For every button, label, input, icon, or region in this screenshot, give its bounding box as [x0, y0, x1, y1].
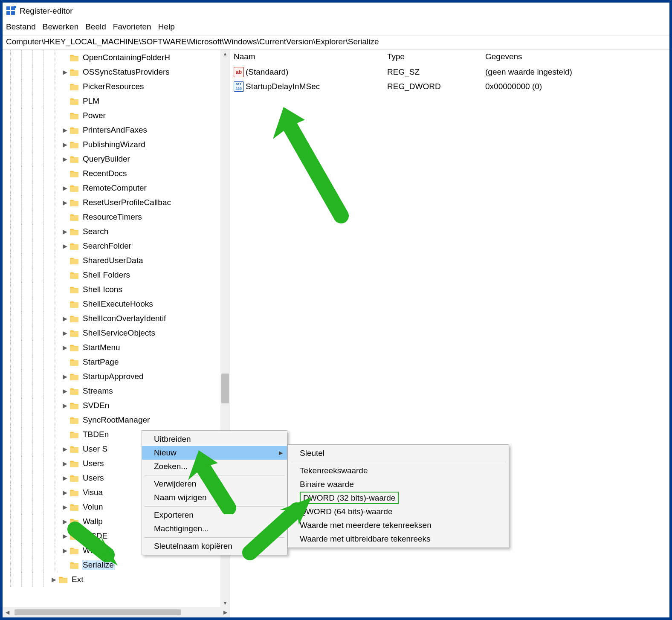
context-submenu-new[interactable]: SleutelTekenreekswaardeBinaire waardeDWO… — [287, 444, 509, 548]
tree-item[interactable]: SharedUserData — [3, 253, 230, 268]
binary-value-icon: 011 110 — [234, 81, 244, 92]
hscroll-track[interactable] — [12, 609, 220, 615]
tree-item[interactable]: Power — [3, 108, 230, 123]
scrollbar-thumb[interactable] — [221, 374, 229, 403]
folder-icon — [70, 285, 79, 294]
column-header-name[interactable]: Naam — [234, 52, 387, 61]
tree-item[interactable]: ▶StartupApproved — [3, 369, 230, 384]
tree-item[interactable]: ▶OSSyncStatusProviders — [3, 65, 230, 79]
tree-item[interactable]: ShellExecuteHooks — [3, 297, 230, 311]
tree-item[interactable]: ▶PublishingWizard — [3, 137, 230, 152]
tree-item-label: TBDEn — [82, 430, 110, 439]
menu-view[interactable]: Beeld — [85, 22, 106, 32]
folder-icon — [59, 575, 68, 584]
tree-item-label: Visua — [82, 488, 104, 497]
tree-item-label: SearchFolder — [82, 241, 132, 251]
tree-item-label: SyncRootManager — [82, 415, 151, 425]
tree-item[interactable]: ▶Search — [3, 224, 230, 239]
menu-edit[interactable]: Bewerken — [43, 22, 79, 32]
tree-item[interactable]: ▶QueryBuilder — [3, 152, 230, 166]
expander-icon[interactable]: ▶ — [61, 156, 69, 162]
folder-icon — [70, 503, 79, 511]
scroll-up-arrow-icon[interactable]: ▲ — [220, 49, 230, 58]
tree-item[interactable]: RecentDocs — [3, 166, 230, 181]
value-type: REG_SZ — [387, 67, 485, 77]
expander-icon[interactable]: ▶ — [61, 475, 69, 481]
tree-item[interactable]: ▶Streams — [3, 384, 230, 398]
menu-item[interactable]: DWORD (32 bits)-waarde — [288, 491, 509, 505]
tree-item[interactable]: ▶PrintersAndFaxes — [3, 123, 230, 137]
expander-icon[interactable]: ▶ — [61, 388, 69, 394]
tree-item[interactable]: ▶ShellServiceObjects — [3, 326, 230, 340]
expander-icon[interactable]: ▶ — [61, 344, 69, 351]
tree-item[interactable]: PLM — [3, 94, 230, 108]
expander-icon[interactable]: ▶ — [61, 373, 69, 380]
expander-icon[interactable]: ▶ — [61, 460, 69, 467]
menu-favorites[interactable]: Favorieten — [113, 22, 151, 32]
folder-icon — [70, 329, 79, 337]
expander-icon[interactable]: ▶ — [61, 185, 69, 191]
expander-icon[interactable]: ▶ — [61, 315, 69, 322]
value-row[interactable]: ab(Standaard)REG_SZ(geen waarde ingestel… — [234, 65, 666, 79]
menu-file[interactable]: Bestand — [6, 22, 36, 32]
menu-item[interactable]: Tekenreekswaarde — [288, 464, 509, 478]
menu-help[interactable]: Help — [158, 22, 175, 32]
annotation-arrow-3 — [182, 450, 241, 514]
menu-item[interactable]: Binaire waarde — [288, 478, 509, 491]
value-row[interactable]: 011 110StartupDelayInMSecREG_DWORD0x0000… — [234, 79, 666, 94]
tree-item[interactable]: ▶ResetUserProfileCallbac — [3, 195, 230, 210]
tree-item[interactable]: StartPage — [3, 355, 230, 369]
expander-icon[interactable]: ▶ — [61, 127, 69, 133]
tree-item[interactable]: ▶SVDEn — [3, 398, 230, 413]
menu-item[interactable]: QWORD (64 bits)-waarde — [288, 505, 509, 519]
annotation-arrow-1 — [260, 101, 362, 229]
menu-item[interactable]: Waarde met uitbreidbare tekenreeks — [288, 532, 509, 546]
menu-item[interactable]: Uitbreiden — [142, 432, 287, 446]
tree-item[interactable]: Shell Icons — [3, 282, 230, 297]
tree-item[interactable]: ▶SearchFolder — [3, 239, 230, 253]
tree-item-label: Streams — [82, 386, 114, 396]
tree-horizontal-scrollbar[interactable]: ◀ ▶ — [3, 607, 230, 617]
tree-item-label: User S — [82, 444, 108, 454]
tree-item[interactable]: ▶RemoteComputer — [3, 181, 230, 195]
menu-item-label: Binaire waarde — [300, 480, 354, 489]
scroll-right-arrow-icon[interactable]: ▶ — [220, 609, 230, 615]
folder-icon — [70, 300, 79, 308]
menu-item-label: Tekenreekswaarde — [300, 466, 368, 475]
tree-item-label: StartPage — [82, 357, 120, 367]
scroll-down-arrow-icon[interactable]: ▼ — [220, 599, 230, 607]
expander-icon[interactable]: ▶ — [61, 199, 69, 206]
expander-icon[interactable]: ▶ — [61, 504, 69, 510]
hscroll-thumb[interactable] — [14, 609, 181, 615]
expander-icon[interactable]: ▶ — [61, 330, 69, 336]
tree-item-label: PickerResources — [82, 82, 145, 91]
expander-icon[interactable]: ▶ — [61, 402, 69, 409]
column-header-type[interactable]: Type — [387, 52, 485, 61]
address-bar[interactable]: Computer\HKEY_LOCAL_MACHINE\SOFTWARE\Mic… — [3, 35, 669, 49]
tree-item[interactable]: ▶Ext — [3, 572, 230, 587]
expander-icon[interactable]: ▶ — [61, 243, 69, 249]
menu-item[interactable]: Sleutel — [288, 446, 509, 460]
folder-icon — [70, 271, 79, 279]
tree-item[interactable]: SyncRootManager — [3, 413, 230, 427]
tree-item[interactable]: ▶StartMenu — [3, 340, 230, 355]
folder-icon — [70, 213, 79, 221]
expander-icon[interactable]: ▶ — [61, 69, 69, 75]
regedit-icon — [6, 6, 16, 16]
expander-icon[interactable]: ▶ — [61, 141, 69, 148]
folder-icon — [70, 68, 79, 76]
tree-item-label: PrintersAndFaxes — [82, 125, 148, 135]
tree-item[interactable]: OpenContainingFolderH — [3, 50, 230, 65]
menu-item[interactable]: Waarde met meerdere tekenreeksen — [288, 519, 509, 532]
annotation-arrow-4 — [241, 493, 318, 561]
scroll-left-arrow-icon[interactable]: ◀ — [3, 609, 12, 615]
expander-icon[interactable]: ▶ — [49, 576, 58, 583]
column-header-data[interactable]: Gegevens — [485, 52, 666, 61]
expander-icon[interactable]: ▶ — [61, 446, 69, 452]
tree-item[interactable]: PickerResources — [3, 79, 230, 94]
tree-item[interactable]: Shell Folders — [3, 268, 230, 282]
expander-icon[interactable]: ▶ — [61, 228, 69, 235]
tree-item[interactable]: ▶ShellIconOverlayIdentif — [3, 311, 230, 326]
tree-item[interactable]: ResourceTimers — [3, 210, 230, 224]
expander-icon[interactable]: ▶ — [61, 489, 69, 496]
